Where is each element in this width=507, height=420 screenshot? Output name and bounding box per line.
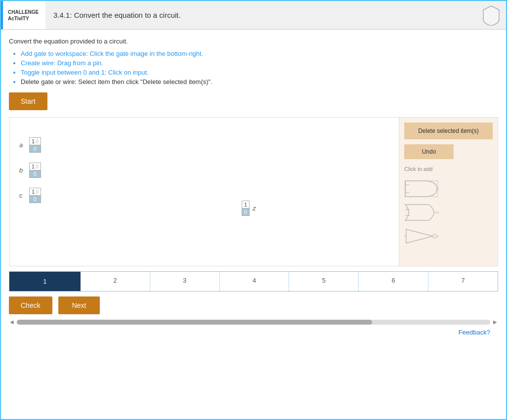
header-title: 3.4.1: Convert the equation to a circuit… xyxy=(45,11,482,19)
header: CHALLENGE AcTivITY 3.4.1: Convert the eq… xyxy=(1,1,506,30)
input-c-row: c 10 0 xyxy=(19,188,389,203)
scroll-left-arrow[interactable]: ◀ xyxy=(9,318,15,326)
not-gate-icon[interactable] xyxy=(404,226,439,246)
check-button[interactable]: Check xyxy=(9,296,52,314)
instruction-1: Add gate to workspace: Click the gate im… xyxy=(21,50,498,57)
next-button[interactable]: Next xyxy=(58,296,100,314)
instruction-2: Create wire: Drag from a pin. xyxy=(21,59,498,67)
feedback-area: Feedback? xyxy=(1,326,506,339)
input-b-row: b 10 0 1 0 z xyxy=(19,163,389,178)
step-tab-7[interactable]: 7 xyxy=(428,272,498,291)
feedback-link[interactable]: Feedback? xyxy=(451,325,498,340)
scrollbar-track[interactable] xyxy=(17,320,490,325)
output-z-top: 1 xyxy=(242,201,249,209)
challenge-activity-label: CHALLENGE AcTivITY xyxy=(1,1,45,29)
scrollbar-thumb xyxy=(17,320,372,325)
output-z-area: 1 0 z xyxy=(242,201,256,216)
step-tab-1[interactable]: 1 xyxy=(9,272,81,291)
undo-button[interactable]: Undo xyxy=(404,144,454,159)
instruction-4: Delete gate or wire: Select item then cl… xyxy=(21,78,498,85)
step-tab-5[interactable]: 5 xyxy=(289,272,359,291)
intro-description: Convert the equation provided to a circu… xyxy=(9,38,498,45)
header-badge-icon xyxy=(482,5,500,26)
scrollbar: ◀ ▶ xyxy=(9,318,498,326)
instructions-list: Add gate to workspace: Click the gate im… xyxy=(9,50,498,85)
input-b-label: b xyxy=(19,167,25,174)
input-b-cell[interactable]: 10 0 xyxy=(29,163,41,178)
input-b-bottom[interactable]: 0 xyxy=(30,170,41,177)
click-to-add-label: Click to add xyxy=(404,166,493,172)
input-a-label: a xyxy=(19,141,25,149)
input-c-label: c xyxy=(19,192,25,199)
step-tabs: 1 2 3 4 5 6 7 xyxy=(9,271,498,292)
circuit-workspace[interactable]: a 10 0 b 10 0 1 xyxy=(9,118,399,266)
challenge-line2: AcTivITY xyxy=(8,15,39,22)
step-tab-4[interactable]: 4 xyxy=(220,272,290,291)
input-a-top[interactable]: 10 xyxy=(30,138,41,145)
action-buttons: Check Next xyxy=(9,296,498,314)
challenge-line1: CHALLENGE xyxy=(8,9,39,15)
output-z-cell: 1 0 xyxy=(242,201,250,216)
start-button[interactable]: Start xyxy=(9,92,47,110)
input-b-top[interactable]: 10 xyxy=(30,163,41,170)
delete-selected-button[interactable]: Delete selected item(s) xyxy=(404,123,493,139)
workspace-area: a 10 0 b 10 0 1 xyxy=(9,117,498,266)
input-a-row: a 10 0 xyxy=(19,137,389,153)
input-a-cell[interactable]: 10 0 xyxy=(29,137,41,153)
or-gate-icon[interactable] xyxy=(404,203,439,222)
svg-rect-0 xyxy=(405,181,438,197)
instruction-3: Toggle input between 0 and 1: Click on i… xyxy=(21,69,498,76)
gate-panel: Delete selected item(s) Undo Click to ad… xyxy=(399,118,498,266)
output-z-bottom: 0 xyxy=(242,209,249,215)
input-a-bottom[interactable]: 0 xyxy=(30,145,41,152)
step-tab-2[interactable]: 2 xyxy=(81,272,150,291)
gate-palette xyxy=(404,179,493,246)
main-content: Convert the equation provided to a circu… xyxy=(1,30,506,326)
and-gate-icon[interactable] xyxy=(404,179,439,199)
scroll-right-arrow[interactable]: ▶ xyxy=(492,318,498,326)
input-c-top[interactable]: 10 xyxy=(30,188,41,196)
output-z-label: z xyxy=(253,205,256,212)
input-c-bottom[interactable]: 0 xyxy=(30,196,41,203)
step-tab-3[interactable]: 3 xyxy=(150,272,220,291)
step-tab-6[interactable]: 6 xyxy=(359,272,428,291)
input-c-cell[interactable]: 10 0 xyxy=(29,188,41,203)
